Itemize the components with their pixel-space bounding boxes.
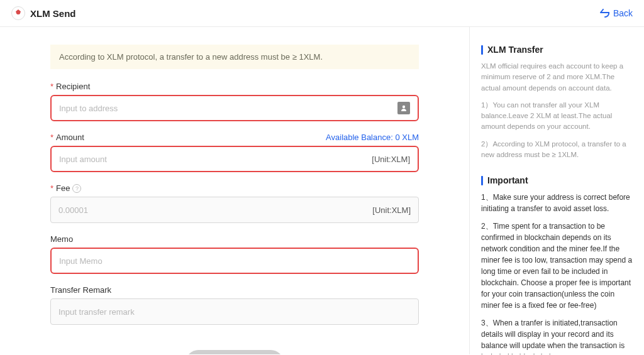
amount-input[interactable] — [59, 147, 372, 171]
transfer-info-section: XLM Transfer XLM official requires each … — [481, 45, 633, 160]
transfer-section-title: XLM Transfer — [481, 45, 633, 55]
fee-field: * Fee ? [Unit:XLM] — [50, 183, 419, 223]
back-arrow-icon — [600, 9, 610, 18]
important-section: Important 1、Make sure your address is co… — [481, 175, 633, 354]
back-label: Back — [613, 8, 633, 18]
amount-field: * Amount Available Balance: 0 XLM [Unit:… — [50, 133, 419, 172]
svg-point-0 — [402, 106, 405, 108]
amount-label: * Amount — [50, 133, 84, 142]
important-section-title: Important — [481, 175, 633, 185]
page-header: XLM Send Back — [0, 0, 644, 27]
xlm-logo-icon — [11, 6, 25, 20]
protocol-notice: According to XLM protocol, a transfer to… — [50, 45, 419, 69]
fee-unit: [Unit:XLM] — [372, 205, 411, 215]
info-sidebar: XLM Transfer XLM official requires each … — [469, 27, 644, 354]
help-icon[interactable]: ? — [72, 184, 81, 193]
important-point-3: 3、When a tranfer is initiated,transactio… — [481, 317, 633, 354]
fee-input-wrap: [Unit:XLM] — [50, 197, 419, 223]
recipient-input-wrap — [50, 95, 419, 121]
memo-label: Memo — [50, 234, 73, 244]
transfer-intro: XLM official requires each account to ke… — [481, 61, 633, 94]
memo-input-wrap — [50, 248, 419, 274]
fee-label: * Fee ? — [50, 183, 81, 193]
remark-input[interactable] — [58, 299, 411, 324]
important-point-1: 1、Make sure your address is correct befo… — [481, 192, 633, 214]
recipient-field: * Recipient — [50, 82, 419, 121]
recipient-label: * Recipient — [50, 82, 90, 91]
available-balance: Available Balance: 0 XLM — [326, 133, 419, 142]
send-button[interactable]: Send — [186, 350, 283, 354]
remark-field: Transfer Remark — [50, 285, 419, 325]
memo-input[interactable] — [59, 249, 410, 273]
remark-input-wrap — [50, 298, 419, 325]
memo-field: Memo — [50, 234, 419, 274]
amount-unit: [Unit:XLM] — [372, 155, 410, 164]
amount-input-wrap: [Unit:XLM] — [50, 146, 419, 172]
transfer-note-2: 2）According to XLM protocol, a transfer … — [481, 139, 633, 161]
send-row: Send — [50, 350, 419, 354]
fee-input — [58, 197, 372, 222]
main-layout: According to XLM protocol, a transfer to… — [0, 27, 644, 354]
recipient-input[interactable] — [59, 96, 397, 120]
back-button[interactable]: Back — [600, 8, 633, 18]
header-left: XLM Send — [11, 6, 76, 20]
contact-picker-icon[interactable] — [397, 102, 410, 114]
transfer-note-1: 1）You can not transfer all your XLM bala… — [481, 100, 633, 133]
page-title: XLM Send — [30, 8, 76, 19]
form-column: According to XLM protocol, a transfer to… — [0, 27, 469, 354]
remark-label: Transfer Remark — [50, 285, 111, 295]
important-point-2: 2、Time spent for a transaction to be con… — [481, 221, 633, 311]
